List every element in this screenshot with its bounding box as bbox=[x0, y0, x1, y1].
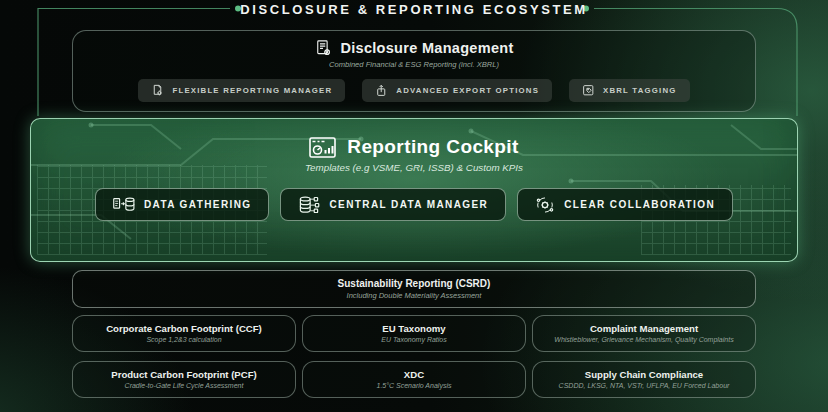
module-subtitle: Cradle-to-Gate Life Cycle Assessment bbox=[73, 382, 295, 389]
module-card-supply-chain-compliance: Supply Chain Compliance CSDDD, LKSG, NTA… bbox=[532, 361, 756, 398]
central-data-manager-label: CENTRAL DATA MANAGER bbox=[329, 199, 488, 210]
central-database-icon bbox=[298, 196, 320, 214]
xbrl-tag-icon bbox=[582, 84, 595, 97]
module-card-eu-taxonomy: EU Taxonomy EU Taxonomy Ratios bbox=[302, 315, 526, 352]
clear-collaboration-label: CLEAR COLLABORATION bbox=[564, 199, 715, 210]
xbrl-tagging-label: XBRL TAGGING bbox=[603, 86, 676, 95]
module-title: EU Taxonomy bbox=[303, 323, 525, 334]
reporting-cockpit-title: Reporting Cockpit bbox=[347, 136, 518, 158]
disclosure-management-section: Disclosure Management Combined Financial… bbox=[72, 30, 756, 112]
module-grid: Corporate Carbon Footprint (CCF) Scope 1… bbox=[72, 315, 756, 398]
disclosure-management-icon bbox=[314, 39, 332, 57]
page-title: DISCLOSURE & REPORTING ECOSYSTEM bbox=[0, 2, 828, 17]
clear-collaboration-button[interactable]: CLEAR COLLABORATION bbox=[517, 188, 733, 221]
csrd-section: Sustainability Reporting (CSRD) Includin… bbox=[72, 270, 756, 308]
module-title: Corporate Carbon Footprint (CCF) bbox=[73, 323, 295, 334]
module-card-complaint-management: Complaint Management Whistleblower, Grie… bbox=[532, 315, 756, 352]
reporting-cockpit-section: Reporting Cockpit Templates (e.g VSME, G… bbox=[30, 118, 798, 262]
module-subtitle: 1.5°C Scenario Analysis bbox=[303, 382, 525, 389]
module-title: Complaint Management bbox=[533, 323, 755, 334]
module-title: XDC bbox=[303, 369, 525, 380]
data-gathering-button[interactable]: DATA GATHERING bbox=[95, 188, 270, 221]
central-data-manager-button[interactable]: CENTRAL DATA MANAGER bbox=[280, 188, 506, 221]
module-card-xdc: XDC 1.5°C Scenario Analysis bbox=[302, 361, 526, 398]
module-subtitle: CSDDD, LKSG, NTA, VSTr, UFLPA, EU Forced… bbox=[533, 382, 755, 389]
module-subtitle: Whistleblower, Grievance Mechanism, Qual… bbox=[533, 336, 755, 343]
report-settings-icon bbox=[151, 84, 164, 97]
flexible-reporting-manager-label: FLEXIBLE REPORTING MANAGER bbox=[172, 86, 332, 95]
data-gathering-label: DATA GATHERING bbox=[144, 199, 252, 210]
export-icon bbox=[375, 84, 388, 97]
data-gathering-icon bbox=[113, 196, 135, 213]
csrd-subtitle: Including Double Materiality Assessment bbox=[73, 291, 755, 300]
module-card-ccf: Corporate Carbon Footprint (CCF) Scope 1… bbox=[72, 315, 296, 352]
csrd-title: Sustainability Reporting (CSRD) bbox=[73, 278, 755, 289]
ecosystem-diagram: DISCLOSURE & REPORTING ECOSYSTEM Disclos… bbox=[0, 0, 828, 412]
reporting-cockpit-icon bbox=[309, 137, 336, 158]
module-subtitle: Scope 1,2&3 calculation bbox=[73, 336, 295, 343]
advanced-export-options-button[interactable]: ADVANCED EXPORT OPTIONS bbox=[362, 79, 552, 102]
disclosure-management-title: Disclosure Management bbox=[340, 40, 513, 56]
module-card-pcf: Product Carbon Footprint (PCF) Cradle-to… bbox=[72, 361, 296, 398]
reporting-cockpit-subtitle: Templates (e.g VSME, GRI, ISSB) & Custom… bbox=[31, 162, 797, 173]
collaboration-icon bbox=[535, 195, 555, 215]
xbrl-tagging-button[interactable]: XBRL TAGGING bbox=[569, 79, 689, 102]
advanced-export-options-label: ADVANCED EXPORT OPTIONS bbox=[396, 86, 539, 95]
module-subtitle: EU Taxonomy Ratios bbox=[303, 336, 525, 343]
module-title: Product Carbon Footprint (PCF) bbox=[73, 369, 295, 380]
flexible-reporting-manager-button[interactable]: FLEXIBLE REPORTING MANAGER bbox=[138, 79, 345, 102]
module-title: Supply Chain Compliance bbox=[533, 369, 755, 380]
disclosure-management-subtitle: Combined Financial & ESG Reporting (incl… bbox=[73, 60, 755, 69]
